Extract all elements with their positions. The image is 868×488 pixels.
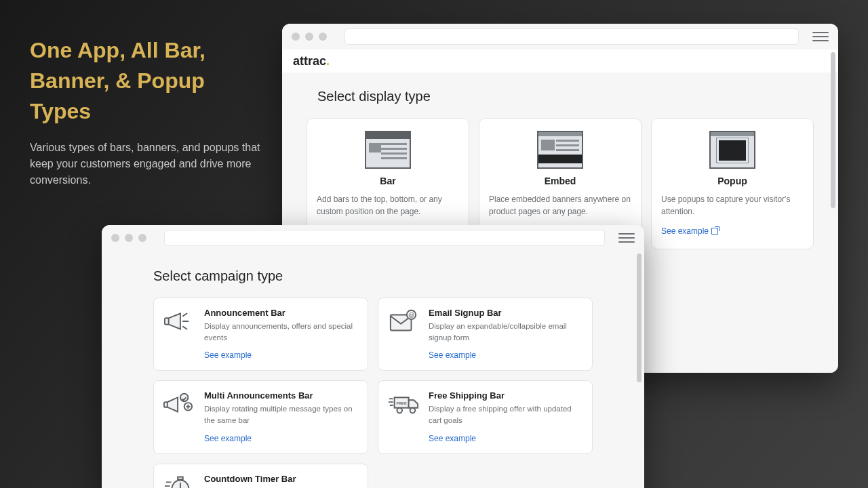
marketing-subtitle: Various types of bars, banners, and popu…	[30, 140, 260, 188]
window-minimize-dot[interactable]	[305, 33, 313, 41]
scrollbar[interactable]	[637, 253, 642, 382]
card-title: Announcement Bar	[204, 308, 358, 318]
card-title: Countdown Timer Bar	[204, 474, 358, 484]
see-example-link[interactable]: See example	[429, 350, 476, 360]
window-close-dot[interactable]	[292, 33, 300, 41]
url-bar[interactable]	[164, 230, 605, 246]
megaphone-icon	[163, 308, 195, 335]
scrollbar[interactable]	[831, 52, 835, 208]
card-title: Bar	[317, 176, 459, 186]
card-desc: Display a free shipping offer with updat…	[429, 403, 583, 426]
envelope-at-icon: @	[388, 308, 419, 335]
titlebar	[282, 24, 838, 49]
window-minimize-dot[interactable]	[125, 234, 133, 242]
svg-rect-4	[164, 402, 167, 407]
svg-text:FREE: FREE	[396, 401, 407, 405]
window-zoom-dot[interactable]	[138, 234, 146, 242]
card-desc: Display an expandable/collapsible email …	[429, 321, 583, 343]
embed-illustration	[537, 131, 583, 169]
campaign-card-email-signup[interactable]: @ Email Signup Bar Display an expandable…	[378, 298, 593, 371]
traffic-lights	[292, 33, 327, 41]
marketing-headline: One App, All Bar, Banner, & Popup Types	[30, 35, 260, 126]
card-title: Popup	[661, 176, 804, 186]
stopwatch-icon	[163, 474, 195, 488]
popup-illustration	[709, 131, 755, 169]
card-desc: Display rotating multiple message types …	[204, 403, 358, 426]
card-title: Multi Announcements Bar	[204, 390, 358, 401]
traffic-lights	[111, 234, 146, 242]
see-example-link[interactable]: See example	[661, 226, 718, 236]
see-example-link[interactable]: See example	[204, 350, 252, 360]
svg-text:@: @	[408, 312, 414, 319]
see-example-link[interactable]: See example	[429, 434, 476, 443]
card-desc: Display announcements, offers and specia…	[204, 321, 358, 343]
display-card-popup[interactable]: Popup Use popups to capture your visitor…	[651, 118, 814, 249]
see-example-link[interactable]: See example	[204, 434, 252, 443]
megaphone-bubbles-icon	[163, 390, 195, 418]
svg-rect-0	[165, 318, 169, 325]
menu-icon[interactable]	[812, 30, 829, 43]
card-desc: Place embedded banners anywhere on produ…	[489, 193, 631, 218]
menu-icon[interactable]	[618, 232, 635, 244]
card-desc: Use popups to capture your visitor's att…	[661, 193, 804, 218]
campaign-card-countdown-timer[interactable]: Countdown Timer Bar Display announcement…	[153, 464, 368, 488]
truck-free-icon: FREE	[388, 390, 419, 418]
campaign-card-multi-announcements[interactable]: Multi Announcements Bar Display rotating…	[153, 380, 368, 453]
svg-rect-12	[178, 476, 183, 479]
external-link-icon	[711, 228, 718, 235]
brand-bar: attrac.	[282, 49, 838, 73]
card-desc: Add bars to the top, bottom, or any cust…	[317, 193, 459, 218]
window-zoom-dot[interactable]	[319, 33, 327, 41]
bar-illustration	[365, 131, 411, 169]
card-title: Free Shipping Bar	[429, 390, 583, 401]
titlebar	[102, 225, 644, 251]
campaign-card-announcement[interactable]: Announcement Bar Display announcements, …	[153, 298, 368, 371]
svg-point-8	[397, 408, 402, 413]
svg-point-9	[410, 408, 416, 413]
campaign-card-free-shipping[interactable]: FREE Free Shipping Bar Display a free sh…	[378, 380, 593, 453]
section-title-display-type: Select display type	[317, 89, 814, 104]
card-title: Embed	[489, 176, 631, 186]
card-title: Email Signup Bar	[429, 308, 583, 318]
url-bar[interactable]	[344, 28, 799, 45]
window-close-dot[interactable]	[111, 234, 119, 242]
brand-dot: .	[326, 54, 330, 68]
brand-name: attrac	[293, 54, 326, 68]
section-title-campaign-type: Select campaign type	[153, 268, 593, 284]
browser-window-campaign-types: Select campaign type Announcement Bar Di…	[102, 225, 644, 488]
